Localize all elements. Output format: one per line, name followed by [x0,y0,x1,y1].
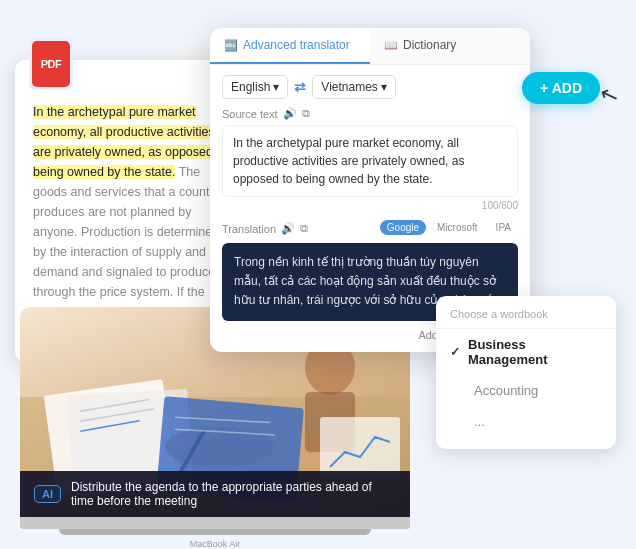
svg-rect-14 [320,417,400,477]
dictionary-icon: 📖 [384,39,398,52]
laptop-base: MacBook Air [20,517,410,529]
check-icon: ✓ [450,345,460,359]
ai-badge: AI [34,485,61,503]
source-label: Source text 🔊 ⧉ [222,107,518,120]
lang-selector: English ▾ ⇄ Vietnames ▾ [222,75,518,99]
translation-label: Translation 🔊 ⧉ [222,222,308,235]
laptop-ai-bar: AI Distribute the agenda to the appropri… [20,471,410,517]
speaker-icon-translation[interactable]: 🔊 [281,222,295,235]
source-lang-button[interactable]: English ▾ [222,75,288,99]
engine-microsoft[interactable]: Microsoft [430,220,485,235]
engine-tabs: Google Microsoft IPA [380,220,518,235]
cursor-arrow: ↖ [596,80,622,111]
tab-advanced-translator[interactable]: 🔤 Advanced translator [210,28,370,64]
translator-icon: 🔤 [224,39,238,52]
source-text-box: In the archetypal pure market economy, a… [222,125,518,197]
wordbook-title: Choose a wordbook [436,308,616,329]
laptop-brand-label: MacBook Air [190,539,241,549]
engine-google[interactable]: Google [380,220,426,235]
wordbook-item-2[interactable]: ... [436,406,616,437]
engine-ipa[interactable]: IPA [489,220,518,235]
ai-suggestion-text: Distribute the agenda to the appropriate… [71,480,396,508]
speaker-icon[interactable]: 🔊 [283,107,297,120]
wordbook-item-1[interactable]: Accounting [436,375,616,406]
translator-tabs: 🔤 Advanced translator 📖 Dictionary [210,28,530,65]
add-button[interactable]: + ADD [522,72,600,104]
char-count: 100/600 [222,200,518,211]
copy-icon[interactable]: ⧉ [302,107,310,120]
target-lang-button[interactable]: Vietnames ▾ [312,75,395,99]
chevron-down-icon: ▾ [273,80,279,94]
wordbook-dropdown: Choose a wordbook ✓ Business Management … [436,296,616,449]
pdf-icon-container: PDF [29,38,73,90]
wordbook-item-0[interactable]: ✓ Business Management [436,329,616,375]
tab-dictionary[interactable]: 📖 Dictionary [370,28,530,64]
pdf-icon: PDF [32,41,70,87]
copy-icon-translation[interactable]: ⧉ [300,222,308,235]
chevron-down-icon: ▾ [381,80,387,94]
swap-lang-icon[interactable]: ⇄ [294,79,306,95]
